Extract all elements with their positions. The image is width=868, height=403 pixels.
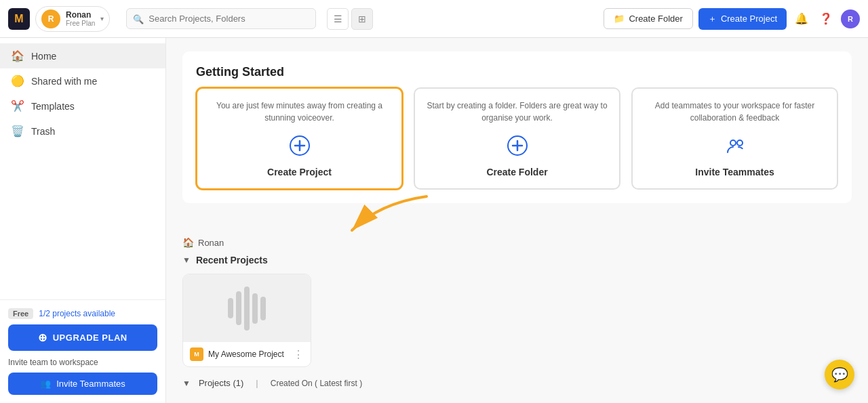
create-project-card[interactable]: You are just few minutes away from creat… [196,87,403,190]
upgrade-icon: ⊕ [38,331,47,344]
recent-projects-label: Recent Projects [196,255,268,266]
card3-label: Invite Teammates [695,167,774,177]
home-icon: 🏠 [11,49,24,62]
chat-bubble-button[interactable]: 💬 [825,360,854,389]
templates-icon: ✂️ [11,100,24,112]
user-plan: Free Plan [66,20,95,27]
notifications-icon[interactable]: 🔔 [792,9,811,28]
help-icon[interactable]: ❓ [816,9,835,28]
app-logo[interactable]: M [8,8,30,30]
sidebar-item-shared[interactable]: 🟡 Shared with me [0,68,165,93]
waveform-bar [244,287,250,331]
create-project-button[interactable]: ＋ Create Project [698,8,787,30]
getting-started-cards: You are just few minutes away from creat… [196,87,838,190]
free-badge: Free [8,308,33,319]
home-breadcrumb-icon: 🏠 [182,237,194,248]
project-logo: M [190,347,203,361]
folder-icon: 📁 [614,14,625,24]
search-container: 🔍 [126,8,316,29]
plus-icon: ＋ [708,13,717,25]
create-folder-icon [507,135,528,161]
waveform-bar [236,291,241,325]
waveform-bar [260,297,266,320]
sort-label: Created On ( Latest first ) [271,379,362,388]
card2-desc: Start by creating a folder. Folders are … [426,100,608,125]
project-footer-left: M My Awesome Project [190,347,284,361]
divider: | [256,378,258,388]
card2-label: Create Folder [486,167,547,177]
getting-started-section: Getting Started You are just few minutes… [182,51,852,203]
getting-started-title: Getting Started [196,65,838,79]
sidebar-item-label: Shared with me [31,76,97,87]
project-card[interactable]: M My Awesome Project ⋮ [182,274,311,367]
search-icon: 🔍 [133,14,144,24]
projects-section-label: Projects (1) [199,378,243,388]
user-pill[interactable]: R Ronan Free Plan ▾ [35,6,110,32]
create-project-icon [289,135,311,161]
upgrade-plan-button[interactable]: ⊕ UPGRADE PLAN [8,324,157,351]
grid-view-button[interactable]: ⊞ [351,8,373,30]
header-avatar[interactable]: R [841,9,860,28]
svg-point-6 [730,140,736,146]
project-thumbnail [183,274,311,342]
invite-teammates-icon [724,135,746,161]
waveform [228,287,266,331]
projects-section: ▼ Projects (1) | Created On ( Latest fir… [182,378,852,388]
breadcrumb-user: Ronan [198,238,224,248]
user-name: Ronan [66,10,95,20]
topbar-right: 📁 Create Folder ＋ Create Project 🔔 ❓ R [604,8,860,30]
breadcrumb: 🏠 Ronan [182,237,852,248]
project-name: My Awesome Project [208,349,284,359]
list-view-button[interactable]: ☰ [327,8,349,30]
topbar: M R Ronan Free Plan ▾ 🔍 ☰ ⊞ 📁 Create Fol… [0,0,868,38]
avatar: R [41,9,60,28]
card1-desc: You are just few minutes away from creat… [208,100,391,125]
user-info: Ronan Free Plan [66,10,95,27]
main-content: Getting Started You are just few minutes… [166,38,868,403]
project-menu-button[interactable]: ⋮ [293,348,304,361]
chevron-down-icon: ▾ [100,15,104,22]
section-chevron-icon: ▼ [182,379,191,388]
sidebar: 🏠 Home 🟡 Shared with me ✂️ Templates 🗑️ … [0,38,166,403]
card3-desc: Add teammates to your workspace for fast… [644,100,826,125]
invite-teammates-card[interactable]: Add teammates to your workspace for fast… [631,87,838,190]
invite-team-label: Invite team to workspace [8,358,157,367]
projects-grid: M My Awesome Project ⋮ [182,274,852,367]
sidebar-item-trash[interactable]: 🗑️ Trash [0,119,165,144]
card1-label: Create Project [267,167,332,177]
section-chevron-icon: ▼ [182,255,191,265]
sidebar-nav: 🏠 Home 🟡 Shared with me ✂️ Templates 🗑️ … [0,38,165,299]
search-input[interactable] [126,8,316,29]
waveform-bar [252,293,258,324]
project-footer: M My Awesome Project ⋮ [183,342,311,366]
sidebar-item-templates[interactable]: ✂️ Templates [0,93,165,119]
view-toggle: ☰ ⊞ [327,8,373,30]
sidebar-item-label: Home [31,51,56,62]
plan-info: Free 1/2 projects available [8,308,157,319]
sidebar-item-home[interactable]: 🏠 Home [0,43,165,68]
trash-icon: 🗑️ [11,125,24,137]
svg-point-7 [737,140,743,146]
shared-icon: 🟡 [11,75,24,87]
sidebar-bottom: Free 1/2 projects available ⊕ UPGRADE PL… [0,299,165,403]
create-folder-button[interactable]: 📁 Create Folder [604,8,692,29]
layout: 🏠 Home 🟡 Shared with me ✂️ Templates 🗑️ … [0,38,868,403]
sidebar-item-label: Trash [31,126,55,137]
sidebar-item-label: Templates [31,101,75,112]
create-folder-card[interactable]: Start by creating a folder. Folders are … [414,87,620,190]
projects-available: 1/2 projects available [39,309,115,318]
waveform-bar [228,298,233,318]
invite-icon: 👥 [40,379,51,389]
invite-teammates-button[interactable]: 👥 Invite Teammates [8,373,157,395]
recent-projects-header[interactable]: ▼ Recent Projects [182,255,852,266]
